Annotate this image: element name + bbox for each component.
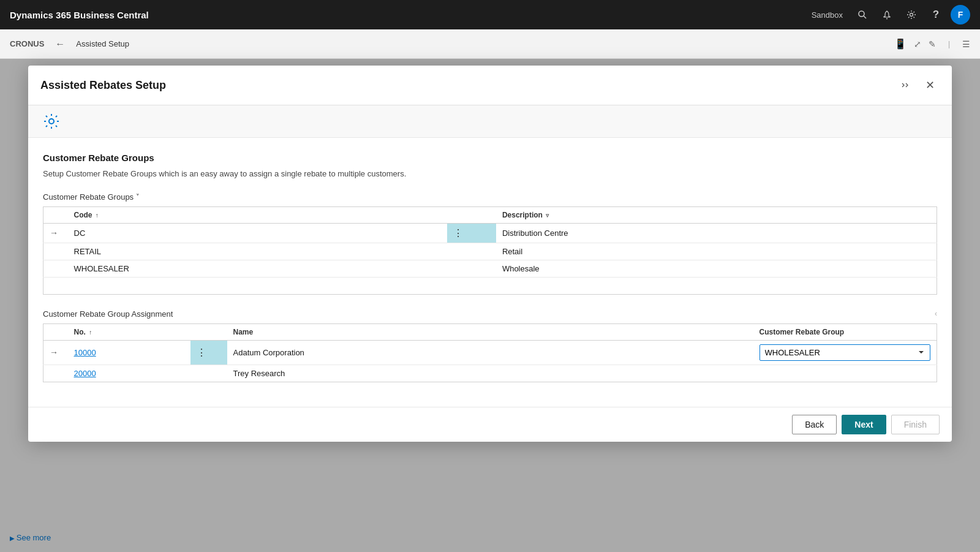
app-brand: Dynamics 365 Business Central	[10, 10, 149, 20]
row-arrow-cell: →	[43, 223, 68, 243]
row2-arrow-cell: →	[43, 340, 68, 365]
table2-collapse-icon: ‹	[935, 309, 937, 318]
user-avatar[interactable]: F	[951, 5, 970, 25]
row-code-cell[interactable]: DC	[68, 223, 447, 243]
th2-no[interactable]: No. ↑	[68, 323, 190, 340]
th2-group[interactable]: Customer Rebate Group	[753, 323, 937, 340]
dialog-content: Customer Rebate Groups Setup Customer Re…	[28, 138, 952, 407]
section-heading: Customer Rebate Groups	[43, 153, 937, 163]
row-description-cell[interactable]: Wholesale	[496, 260, 937, 277]
section-description: Setup Customer Rebate Groups which is an…	[43, 168, 937, 180]
row-context-cell	[447, 277, 496, 294]
th2-context-col	[190, 323, 227, 340]
no-link[interactable]: 10000	[74, 348, 96, 357]
tablet-icon[interactable]: 📱	[894, 38, 907, 50]
row-code-cell[interactable]: RETAIL	[68, 243, 447, 260]
hamburger-icon[interactable]: ☰	[962, 39, 970, 49]
no-link[interactable]: 20000	[74, 369, 96, 378]
sort-icon: ↑	[96, 212, 99, 219]
settings-icon[interactable]	[902, 5, 921, 25]
row-description-cell[interactable]	[496, 277, 937, 294]
back-navigation-button[interactable]: ←	[51, 36, 69, 53]
th-context-col	[447, 206, 496, 223]
top-navigation-bar: Dynamics 365 Business Central Sandbox ? …	[0, 0, 980, 29]
table-row[interactable]: WHOLESALERWholesale	[43, 260, 937, 277]
table-row[interactable]: 20000Trey Research	[43, 365, 937, 382]
dialog-close-button[interactable]: ✕	[920, 75, 940, 95]
row2-name-cell[interactable]: Adatum Corporation	[227, 340, 753, 365]
close-icon: ✕	[925, 80, 935, 91]
table1-label[interactable]: Customer Rebate Groups ˅	[43, 192, 937, 202]
assisted-rebates-dialog: Assisted Rebates Setup ✕	[28, 66, 952, 442]
rebate-group-dropdown[interactable]: WHOLESALERRETAILDC	[760, 344, 931, 361]
row-code-cell[interactable]	[68, 277, 447, 294]
row2-no-cell[interactable]: 10000	[68, 340, 190, 365]
filter-icon: ▿	[546, 212, 549, 219]
sort-asc-icon: ↑	[89, 329, 92, 336]
dialog-minimize-button[interactable]	[895, 75, 915, 95]
dialog-title: Assisted Rebates Setup	[40, 79, 895, 92]
row-arrow-cell	[43, 277, 68, 294]
row2-group-cell[interactable]	[753, 365, 937, 382]
th-arrow-col	[43, 206, 68, 223]
context-menu-button[interactable]: ⋮	[450, 226, 467, 240]
back-button[interactable]: Back	[792, 415, 837, 434]
dialog-header: Assisted Rebates Setup ✕	[28, 66, 952, 105]
row-description-cell[interactable]: Retail	[496, 243, 937, 260]
th-code[interactable]: Code ↑	[68, 206, 447, 223]
row-arrow-cell	[43, 260, 68, 277]
gear-icon	[43, 113, 937, 130]
chevron-down-icon: ˅	[136, 193, 140, 201]
expand-icon[interactable]: ⤢	[914, 39, 921, 49]
svg-line-1	[864, 16, 866, 18]
th2-arrow-col	[43, 323, 68, 340]
second-bar-actions: 📱 ⤢ ✎ | ☰	[894, 38, 970, 50]
dialog-header-actions: ✕	[895, 75, 940, 95]
row-context-cell	[447, 260, 496, 277]
context-menu-button[interactable]: ⋮	[193, 346, 210, 360]
help-icon[interactable]: ?	[926, 5, 946, 25]
row2-name-cell[interactable]: Trey Research	[227, 365, 753, 382]
dialog-footer: Back Next Finish	[28, 407, 952, 442]
table2-label[interactable]: Customer Rebate Group Assignment ‹	[43, 309, 937, 319]
crumb-home[interactable]: CRONUS	[10, 39, 44, 48]
svg-point-3	[910, 13, 913, 17]
table-row[interactable]: →DC⋮Distribution Centre	[43, 223, 937, 243]
customer-rebate-assignment-table: No. ↑ Name Customer Rebate Group →10000⋮…	[43, 323, 937, 382]
th2-name[interactable]: Name	[227, 323, 753, 340]
th-description[interactable]: Description ▿	[496, 206, 937, 223]
finish-button: Finish	[891, 415, 940, 434]
table-row[interactable]	[43, 277, 937, 294]
row-arrow-icon: →	[50, 347, 58, 357]
edit-icon[interactable]: ✎	[929, 39, 936, 49]
breadcrumb-page-title: Assisted Setup	[76, 39, 129, 48]
top-bar-right-section: Sandbox ? F	[812, 5, 970, 25]
row2-group-cell[interactable]: WHOLESALERRETAILDC	[753, 340, 937, 365]
sandbox-label: Sandbox	[812, 10, 843, 20]
row2-context-cell: ⋮	[190, 340, 227, 365]
svg-point-2	[886, 18, 888, 20]
row-context-cell: ⋮	[447, 223, 496, 243]
svg-point-4	[49, 119, 54, 124]
row2-arrow-cell	[43, 365, 68, 382]
search-icon[interactable]	[853, 5, 872, 25]
notifications-icon[interactable]	[877, 5, 897, 25]
row-code-cell[interactable]: WHOLESALER	[68, 260, 447, 277]
row-context-cell	[447, 243, 496, 260]
svg-point-0	[859, 11, 864, 17]
row2-no-cell[interactable]: 20000	[68, 365, 190, 382]
breadcrumb-bar: CRONUS ← Assisted Setup 📱 ⤢ ✎ | ☰	[0, 29, 980, 59]
customer-rebate-groups-table: Code ↑ Description ▿ →DC⋮Distribution Ce…	[43, 206, 937, 295]
row-arrow-cell	[43, 243, 68, 260]
row-arrow-icon: →	[50, 228, 58, 238]
next-button[interactable]: Next	[842, 415, 886, 434]
dialog-body: Customer Rebate Groups Setup Customer Re…	[28, 105, 952, 407]
row2-context-cell	[190, 365, 227, 382]
row-description-cell[interactable]: Distribution Centre	[496, 223, 937, 243]
table-row[interactable]: RETAILRetail	[43, 243, 937, 260]
dialog-banner	[28, 105, 952, 138]
table-row[interactable]: →10000⋮Adatum CorporationWHOLESALERRETAI…	[43, 340, 937, 365]
